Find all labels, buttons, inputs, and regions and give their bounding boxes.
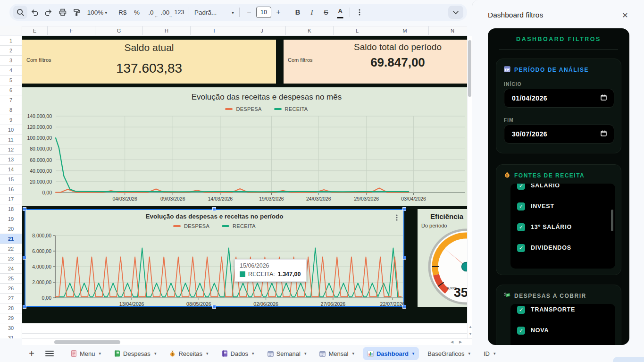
column-header-J[interactable]: J (238, 26, 286, 35)
column-header-N[interactable]: N (429, 26, 467, 35)
sheet-tab-id[interactable]: ID▾ (479, 347, 501, 360)
column-header-G[interactable]: G (95, 26, 143, 35)
row-header-4[interactable]: 4 (0, 66, 22, 76)
percent-format-button[interactable]: % (130, 6, 144, 19)
row-header-18[interactable]: 18 (0, 204, 22, 214)
filter-item-sal-rio[interactable]: ✓SALÁRIO (510, 184, 615, 196)
more-options-icon[interactable] (352, 6, 367, 19)
column-header-F[interactable]: F (48, 26, 95, 35)
row-header-19[interactable]: 19 (0, 214, 22, 224)
despesas-list[interactable]: ✓TRANSPORTE✓NOVA (510, 304, 615, 345)
vertical-scrollbar[interactable]: ▲ ▼ (467, 36, 472, 338)
filter-item-nova[interactable]: ✓NOVA (510, 320, 615, 341)
row-header-3[interactable]: 3 (0, 56, 22, 66)
row-header-10[interactable]: 10 (0, 125, 22, 135)
horizontal-scrollbar[interactable]: ◀ ▶ (22, 338, 472, 345)
tab-menu-caret[interactable]: ▾ (468, 351, 470, 356)
selection-handle[interactable] (402, 207, 406, 211)
checkbox-checked[interactable]: ✓ (517, 223, 525, 231)
row-header-15[interactable]: 15 (0, 175, 22, 185)
spreadsheet-body[interactable]: Saldo atual Com filtros 137.603,83 Saldo… (22, 36, 467, 345)
row-header-1[interactable]: 1 (0, 36, 22, 46)
column-header-I[interactable]: I (191, 26, 238, 35)
row-header-20[interactable]: 20 (0, 224, 22, 234)
row-header-6[interactable]: 6 (0, 85, 22, 95)
filter-item-dividendos[interactable]: ✓DIVIDENDOS (510, 237, 615, 258)
add-sheet-icon[interactable]: + (25, 348, 38, 359)
checkbox-checked[interactable]: ✓ (517, 202, 525, 210)
row-header-12[interactable]: 12 (0, 145, 22, 155)
filter-item-transporte[interactable]: ✓TRANSPORTE (510, 304, 615, 320)
bold-button[interactable]: B (291, 6, 305, 19)
tab-menu-caret[interactable]: ▾ (154, 351, 157, 356)
tab-menu-caret[interactable]: ▾ (493, 351, 496, 356)
decrease-font-size-button[interactable]: − (242, 6, 256, 19)
checkbox-checked[interactable]: ✓ (517, 184, 525, 190)
italic-button[interactable]: I (305, 6, 319, 19)
row-header-5[interactable]: 5 (0, 76, 22, 85)
undo-icon[interactable] (27, 6, 42, 19)
row-header-7[interactable]: 7 (0, 95, 22, 105)
sheet-tab-mensal[interactable]: Mensal▾ (315, 347, 359, 360)
column-header-K[interactable]: K (286, 26, 334, 35)
sheet-tab-basegraficos[interactable]: BaseGraficos▾ (423, 347, 475, 360)
sheet-tab-dashboard[interactable]: Dashboard▾ (363, 347, 419, 360)
tab-menu-caret[interactable]: ▾ (352, 351, 354, 356)
row-header-24[interactable]: 24 (0, 264, 22, 274)
chart-receitas-despesas-mes[interactable]: Evolução das receitas e despesas no mês … (22, 87, 467, 206)
strikethrough-button[interactable]: S (319, 6, 333, 19)
redo-icon[interactable] (42, 6, 56, 19)
search-icon[interactable] (13, 6, 27, 19)
row-header-29[interactable]: 29 (0, 313, 22, 323)
selection-handle[interactable] (23, 305, 26, 309)
decrease-decimal-button[interactable]: .0← (144, 6, 158, 19)
chart-menu-icon[interactable] (394, 214, 400, 223)
scrollbar-thumb[interactable] (468, 40, 471, 97)
row-header-11[interactable]: 11 (0, 135, 22, 145)
sheet-tab-receitas[interactable]: $Receitas▾ (165, 347, 213, 360)
font-family-select[interactable]: Padrã...▾ (192, 6, 237, 19)
font-size-input[interactable]: 10 (256, 7, 271, 18)
sheet-tab-despesas[interactable]: Despesas▾ (109, 347, 161, 360)
zoom-select[interactable]: 100%▾ (84, 6, 110, 19)
row-header-16[interactable]: 16 (0, 185, 22, 194)
close-icon[interactable]: × (619, 8, 632, 22)
checkbox-checked[interactable]: ✓ (517, 306, 525, 314)
checkbox-checked[interactable]: ✓ (517, 327, 525, 335)
selection-handle[interactable] (23, 256, 26, 260)
tab-menu-caret[interactable]: ▾ (252, 351, 254, 356)
column-header-L[interactable]: L (334, 26, 381, 35)
row-header-17[interactable]: 17 (0, 194, 22, 204)
selection-handle[interactable] (212, 207, 216, 211)
text-color-button[interactable]: A (333, 5, 347, 20)
fim-date-input[interactable]: 30/07/2026 (504, 125, 614, 143)
row-header-21[interactable]: 21 (0, 234, 22, 244)
paint-format-icon[interactable] (70, 6, 84, 19)
scroll-left-icon[interactable]: ◀ (451, 340, 453, 344)
filter-item-13-sal-rio[interactable]: ✓13º SALÁRIO (510, 217, 615, 237)
select-all-corner[interactable] (0, 26, 22, 35)
increase-font-size-button[interactable]: + (271, 6, 285, 19)
tab-menu-caret[interactable]: ▾ (412, 351, 415, 356)
all-sheets-icon[interactable] (45, 351, 54, 356)
row-header-14[interactable]: 14 (0, 165, 22, 175)
column-header-H[interactable]: H (143, 26, 191, 35)
scrollbar-thumb[interactable] (54, 340, 120, 344)
row-header-9[interactable]: 9 (0, 115, 22, 125)
sheet-tab-menu[interactable]: Menu▾ (66, 347, 106, 360)
sheet-tab-dados[interactable]: Dados▾ (217, 347, 259, 360)
column-header-M[interactable]: M (381, 26, 429, 35)
row-header-27[interactable]: 27 (0, 294, 22, 303)
selection-handle[interactable] (23, 207, 26, 211)
row-header-8[interactable]: 8 (0, 105, 22, 115)
increase-decimal-button[interactable]: .00→ (158, 6, 172, 19)
column-header-E[interactable]: E (22, 26, 48, 35)
tab-menu-caret[interactable]: ▾ (206, 351, 209, 356)
tab-menu-caret[interactable]: ▾ (304, 351, 307, 356)
selection-handle[interactable] (402, 305, 406, 309)
row-header-31[interactable]: 31 (0, 333, 22, 338)
tab-menu-caret[interactable]: ▾ (99, 351, 101, 356)
chart-eficiencia-gauge[interactable]: Eficiência Do período 0,00% 35,5 (418, 209, 467, 307)
filter-item-invest[interactable]: ✓INVEST (510, 196, 615, 217)
selection-handle[interactable] (402, 256, 406, 260)
